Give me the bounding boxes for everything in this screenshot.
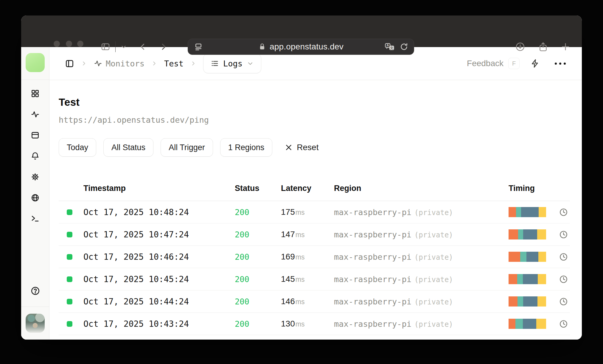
- timing-bar: [509, 229, 546, 239]
- lock-icon: [258, 43, 266, 51]
- latency-cell: 146ms: [281, 297, 334, 306]
- timing-bar: [509, 319, 546, 329]
- table-row[interactable]: Oct 17, 2025 10:44:24200146msmax-raspber…: [59, 290, 570, 313]
- region-cell: max-raspberry-pi (private): [334, 230, 509, 239]
- timing-segment: [523, 296, 537, 307]
- log-table: Timestamp Status Latency Region Timing O…: [59, 176, 570, 335]
- reset-filters-button[interactable]: Reset: [285, 143, 318, 152]
- timing-segment: [523, 319, 536, 329]
- url-text[interactable]: app.openstatus.dev: [270, 42, 344, 52]
- clock-icon[interactable]: [559, 275, 568, 284]
- timing-segment: [536, 319, 546, 329]
- status-cell: 200: [235, 319, 281, 329]
- zap-icon[interactable]: [530, 59, 540, 68]
- sidebar-divider: [21, 307, 49, 307]
- timing-segment: [509, 207, 516, 217]
- status-page-icon[interactable]: [31, 131, 40, 140]
- filter-status-button[interactable]: All Status: [103, 138, 153, 157]
- filter-trigger-button[interactable]: All Trigger: [161, 138, 213, 157]
- region-cell: max-raspberry-pi (private): [334, 297, 509, 306]
- timestamp-cell: Oct 17, 2025 10:45:24: [83, 274, 235, 284]
- timing-segment: [509, 274, 517, 284]
- timestamp-cell: Oct 17, 2025 10:48:24: [83, 207, 235, 217]
- terminal-icon[interactable]: [31, 214, 40, 223]
- timing-segment: [523, 274, 538, 284]
- page-title: Test: [59, 96, 570, 108]
- svg-text:文: 文: [390, 46, 394, 50]
- breadcrumb-separator-icon: [190, 60, 197, 67]
- list-icon: [211, 59, 219, 68]
- zoom-window-button[interactable]: [77, 41, 83, 47]
- activity-icon: [94, 59, 102, 68]
- clock-icon[interactable]: [559, 252, 568, 262]
- filter-regions-button[interactable]: 1 Regions: [220, 138, 273, 157]
- latency-cell: 130ms: [281, 319, 334, 329]
- timing-segment: [517, 296, 523, 307]
- timestamp-cell: Oct 17, 2025 10:47:24: [83, 230, 235, 239]
- latency-cell: 169ms: [281, 252, 334, 262]
- status-dot: [67, 232, 72, 237]
- more-options-button[interactable]: [553, 61, 568, 66]
- timing-segment: [521, 207, 539, 217]
- svg-text:A: A: [386, 43, 389, 47]
- globe-icon[interactable]: [31, 193, 40, 202]
- back-icon[interactable]: [138, 42, 147, 51]
- table-row[interactable]: Oct 17, 2025 10:43:24200130msmax-raspber…: [59, 313, 570, 335]
- status-dot: [67, 209, 72, 215]
- breadcrumb-test[interactable]: Test: [164, 59, 184, 68]
- translate-icon[interactable]: A文: [385, 42, 395, 51]
- clock-icon[interactable]: [559, 319, 568, 329]
- col-latency: Latency: [281, 184, 334, 193]
- feedback-button[interactable]: Feedback F: [467, 58, 520, 69]
- minimize-window-button[interactable]: [66, 41, 72, 47]
- chevron-down-icon: [247, 60, 254, 67]
- timing-segment: [509, 229, 518, 239]
- clock-icon[interactable]: [559, 208, 568, 217]
- help-icon[interactable]: [30, 286, 40, 296]
- table-row[interactable]: Oct 17, 2025 10:48:24200175msmax-raspber…: [59, 201, 570, 223]
- latency-cell: 145ms: [281, 274, 334, 284]
- table-row[interactable]: Oct 17, 2025 10:45:24200145msmax-raspber…: [59, 268, 570, 290]
- filter-date-button[interactable]: Today: [59, 138, 96, 157]
- status-cell: 200: [235, 252, 281, 262]
- timing-segment: [523, 229, 537, 239]
- view-switcher-logs[interactable]: Logs: [203, 54, 261, 73]
- bell-icon[interactable]: [31, 152, 40, 161]
- reload-icon[interactable]: [400, 42, 408, 51]
- monitor-endpoint: https://api.openstatus.dev/ping: [59, 115, 570, 125]
- timing-segment: [517, 274, 523, 284]
- user-avatar[interactable]: [26, 314, 45, 333]
- share-icon[interactable]: [538, 42, 548, 52]
- clock-icon[interactable]: [559, 230, 568, 239]
- clock-icon[interactable]: [559, 297, 568, 306]
- cog-icon[interactable]: [31, 172, 40, 181]
- new-tab-icon[interactable]: [561, 42, 570, 52]
- workspace-logo[interactable]: [26, 53, 45, 72]
- filter-bar: Today All Status All Trigger 1 Regions R…: [59, 138, 570, 157]
- page-content: Test https://api.openstatus.dev/ping Tod…: [49, 80, 582, 340]
- forward-icon[interactable]: [159, 42, 168, 51]
- chevron-down-icon[interactable]: [120, 43, 127, 50]
- col-timestamp: Timestamp: [83, 184, 235, 193]
- col-timing: Timing: [509, 184, 557, 193]
- close-window-button[interactable]: [54, 41, 60, 47]
- breadcrumb-monitors[interactable]: Monitors: [94, 59, 144, 68]
- timestamp-cell: Oct 17, 2025 10:43:24: [83, 319, 235, 329]
- status-cell: 200: [235, 230, 281, 239]
- timing-segment: [539, 207, 546, 217]
- timing-bar: [509, 296, 546, 307]
- address-bar[interactable]: app.openstatus.dev A文: [188, 39, 414, 55]
- status-dot: [67, 276, 72, 282]
- panel-toggle-icon[interactable]: [65, 59, 74, 68]
- timing-segment: [537, 296, 546, 307]
- timing-segment: [520, 252, 526, 262]
- timing-segment: [526, 252, 538, 262]
- activity-icon[interactable]: [31, 110, 40, 119]
- table-row[interactable]: Oct 17, 2025 10:47:24200147msmax-raspber…: [59, 223, 570, 246]
- sidebar-toggle-icon[interactable]: [101, 42, 110, 52]
- toolbar-divider: [115, 41, 116, 52]
- table-row[interactable]: Oct 17, 2025 10:46:24200169msmax-raspber…: [59, 246, 570, 268]
- dashboard-grid-icon[interactable]: [31, 89, 40, 98]
- timing-bar: [509, 207, 546, 217]
- download-icon[interactable]: [515, 42, 525, 52]
